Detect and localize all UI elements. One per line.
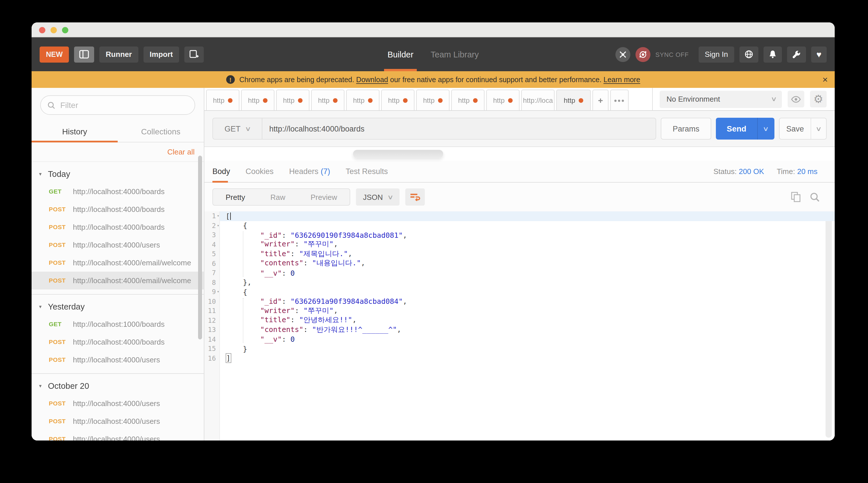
history-group-header[interactable]: ▾Today bbox=[32, 165, 204, 183]
tab-collections[interactable]: Collections bbox=[118, 121, 204, 142]
tab-team-library[interactable]: Team Library bbox=[431, 37, 479, 71]
clear-all-link[interactable]: Clear all bbox=[167, 148, 195, 156]
environment-select[interactable]: No Environment ∨ bbox=[660, 90, 782, 108]
view-pretty[interactable]: Pretty bbox=[213, 193, 258, 201]
fold-toggle-icon[interactable]: ▾ bbox=[216, 223, 220, 228]
code-line: 11 "writer": "쭈꾸미", bbox=[205, 306, 835, 315]
history-item[interactable]: POSThttp://localhost:4000/boards bbox=[32, 201, 204, 218]
request-tab[interactable]: http bbox=[416, 90, 450, 110]
history-item[interactable]: GEThttp://localhost:1000/boards bbox=[32, 315, 204, 333]
response-tab-cookies[interactable]: Cookies bbox=[246, 161, 274, 182]
code-text: }, bbox=[220, 278, 251, 287]
history-item[interactable]: POSThttp://localhost:4000/boards bbox=[32, 333, 204, 351]
request-tab[interactable]: http bbox=[486, 90, 520, 110]
code-line: 13 "contents": "반가워요!!!^______^", bbox=[205, 325, 835, 335]
tab-builder[interactable]: Builder bbox=[388, 37, 413, 71]
response-body-editor[interactable]: 1▾[2▾ {3 "_id": "6362690190f3984a8cbad08… bbox=[205, 211, 835, 441]
close-window-button[interactable] bbox=[39, 27, 45, 33]
code-line: 10 "_id": "6362691a90f3984a8cbad084", bbox=[205, 297, 835, 306]
history-item[interactable]: POSThttp://localhost:4000/users bbox=[32, 430, 204, 441]
request-tab[interactable]: http bbox=[311, 90, 344, 110]
line-number: 2 bbox=[205, 222, 216, 230]
request-tab[interactable]: http bbox=[381, 90, 414, 110]
history-item[interactable]: POSThttp://localhost:4000/email/welcome bbox=[32, 254, 204, 272]
history-group-header[interactable]: ▾Yesterday bbox=[32, 298, 204, 315]
send-button[interactable]: Send ∨ bbox=[716, 118, 774, 140]
learn-more-link[interactable]: Learn more bbox=[603, 76, 640, 84]
history-item[interactable]: POSThttp://localhost:4000/users bbox=[32, 236, 204, 254]
format-select[interactable]: JSON ∨ bbox=[356, 188, 399, 206]
history-group-header[interactable]: ▾October 20 bbox=[32, 377, 204, 395]
tab-overflow-button[interactable]: ●●● bbox=[610, 90, 629, 110]
request-response-gap bbox=[205, 147, 835, 161]
save-options-button[interactable]: ∨ bbox=[811, 118, 826, 139]
gear-icon: ⚙ bbox=[813, 92, 823, 106]
history-item-method: POST bbox=[49, 433, 73, 441]
request-tab[interactable]: http://loca bbox=[521, 90, 555, 110]
history-item[interactable]: POSThttp://localhost:4000/users bbox=[32, 351, 204, 369]
code-line: 8 }, bbox=[205, 278, 835, 287]
send-options-button[interactable]: ∨ bbox=[757, 118, 774, 140]
unsaved-dot-icon bbox=[263, 98, 268, 102]
search-body-icon[interactable] bbox=[810, 192, 820, 202]
url-group: GET ∨ http://localhost:4000/boards bbox=[212, 118, 656, 140]
history-item-method: GET bbox=[49, 186, 73, 195]
request-tab[interactable]: http bbox=[206, 90, 239, 110]
fold-toggle-icon[interactable]: ▾ bbox=[216, 214, 220, 218]
format-value: JSON bbox=[363, 193, 383, 201]
sidebar: Filter History Collections Clear all ▾To… bbox=[32, 88, 205, 441]
history-item-url: http://localhost:4000/users bbox=[73, 354, 191, 365]
history-item[interactable]: POSThttp://localhost:4000/boards bbox=[32, 218, 204, 236]
fold-toggle-icon[interactable]: ▾ bbox=[216, 290, 220, 294]
code-line: 16] bbox=[205, 354, 835, 363]
add-tab-button[interactable]: + bbox=[592, 90, 609, 110]
request-tab[interactable]: http bbox=[241, 90, 274, 110]
search-icon bbox=[48, 101, 55, 109]
unsaved-dot-icon bbox=[579, 98, 583, 102]
code-line: 6 "contents": "내용입니다.", bbox=[205, 259, 835, 268]
collapsed-panel-handle[interactable] bbox=[353, 150, 443, 158]
tab-history[interactable]: History bbox=[32, 121, 118, 142]
url-input[interactable]: http://localhost:4000/boards bbox=[262, 124, 656, 133]
top-toolbar: NEW Runner Import Builder Team Library bbox=[32, 37, 835, 71]
copy-icon[interactable] bbox=[791, 192, 801, 202]
response-tab-headers[interactable]: Headers(7) bbox=[289, 161, 330, 182]
history-item[interactable]: GEThttp://localhost:4000/boards bbox=[32, 183, 204, 201]
save-button[interactable]: Save ∨ bbox=[779, 118, 827, 140]
request-tab-label: http bbox=[458, 96, 470, 104]
request-tab[interactable]: http bbox=[556, 90, 591, 110]
minimize-window-button[interactable] bbox=[51, 27, 57, 33]
zoom-window-button[interactable] bbox=[62, 27, 68, 33]
request-tab[interactable]: http bbox=[451, 90, 485, 110]
history-item[interactable]: POSThttp://localhost:4000/users bbox=[32, 412, 204, 430]
banner-close-icon[interactable]: × bbox=[823, 74, 828, 85]
unsaved-dot-icon bbox=[403, 98, 408, 102]
history-item[interactable]: POSThttp://localhost:4000/users bbox=[32, 395, 204, 412]
request-tabstrip: httphttphttphttphttphttphttphttphttphttp… bbox=[205, 88, 652, 111]
history-group: ▾October 20POSThttp://localhost:4000/use… bbox=[32, 373, 204, 441]
view-raw[interactable]: Raw bbox=[258, 193, 298, 201]
history-item-method: POST bbox=[49, 240, 73, 248]
unsaved-dot-icon bbox=[368, 98, 373, 102]
request-tab[interactable]: http bbox=[346, 90, 379, 110]
environment-preview-button[interactable] bbox=[787, 91, 804, 108]
filter-input[interactable]: Filter bbox=[40, 95, 195, 115]
environment-settings-button[interactable]: ⚙ bbox=[810, 91, 827, 108]
download-link[interactable]: Download bbox=[356, 76, 388, 84]
sidebar-scrollbar[interactable] bbox=[198, 156, 202, 339]
wrap-lines-button[interactable] bbox=[405, 188, 425, 206]
history-item-url: http://localhost:4000/boards bbox=[73, 186, 191, 197]
chevron-down-icon: ∨ bbox=[387, 193, 394, 201]
chevron-down-icon: ∨ bbox=[815, 125, 822, 132]
method-select[interactable]: GET ∨ bbox=[213, 118, 262, 139]
response-tab-test-results[interactable]: Test Results bbox=[346, 161, 388, 182]
response-tab-body[interactable]: Body bbox=[212, 161, 230, 182]
history-item-url: http://localhost:4000/users bbox=[73, 416, 191, 427]
main-pane: httphttphttphttphttphttphttphttphttphttp… bbox=[205, 88, 835, 441]
code-text: "__v": 0 bbox=[220, 269, 295, 277]
code-text: "writer": "쭈꾸미", bbox=[220, 240, 338, 249]
history-item[interactable]: POSThttp://localhost:4000/email/welcome bbox=[32, 272, 204, 290]
request-tab[interactable]: http bbox=[276, 90, 309, 110]
params-button[interactable]: Params bbox=[661, 118, 711, 140]
view-preview[interactable]: Preview bbox=[298, 193, 350, 201]
